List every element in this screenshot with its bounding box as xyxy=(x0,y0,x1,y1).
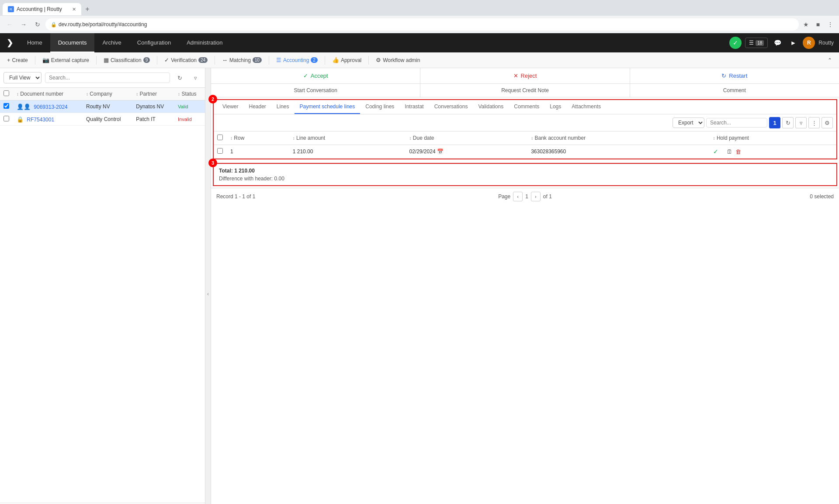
partner-cell: Dynatos NV xyxy=(132,100,174,113)
detail-search-input[interactable] xyxy=(706,118,767,128)
view-selector[interactable]: Full View xyxy=(3,72,42,83)
record-info: Record 1 - 1 of 1 xyxy=(216,193,422,200)
detail-row-checkbox[interactable] xyxy=(217,148,223,154)
tab-close-button[interactable]: ✕ xyxy=(72,7,76,12)
line-amount-header: ↕ Line amount xyxy=(289,131,406,145)
filter-detail-button[interactable]: ▿ xyxy=(795,117,807,128)
left-panel: Full View ↻ ▿ ↕ Document number xyxy=(0,68,205,504)
workflow-admin-button[interactable]: ⚙ Workflow admin xyxy=(372,55,423,65)
refresh-button[interactable]: ↻ xyxy=(173,72,186,84)
copy-action[interactable]: 🗓 xyxy=(727,148,732,155)
verification-button[interactable]: ✓ Verification 24 xyxy=(161,55,211,65)
detail-next-page-button[interactable]: › xyxy=(531,192,541,201)
calendar-icon[interactable]: 📅 xyxy=(437,148,444,155)
nav-logo[interactable]: ❯ xyxy=(0,33,19,52)
tab-viewer[interactable]: Viewer xyxy=(217,100,243,114)
nav-home[interactable]: Home xyxy=(19,33,50,52)
menu-button[interactable]: ⋮ xyxy=(825,19,836,30)
matching-button[interactable]: ↔ Matching 10 xyxy=(218,55,265,65)
reject-button[interactable]: ✕ Reject xyxy=(420,68,630,83)
nav-administration[interactable]: Administration xyxy=(179,33,230,52)
search-input[interactable] xyxy=(45,72,170,83)
select-all-detail-checkbox[interactable] xyxy=(217,135,223,140)
extension-button[interactable]: ■ xyxy=(813,19,823,30)
approval-icon: 👍 xyxy=(332,57,339,63)
new-tab-button[interactable]: + xyxy=(81,3,94,15)
nav-documents[interactable]: Documents xyxy=(50,33,95,52)
tab-validations[interactable]: Validations xyxy=(473,100,509,114)
export-select[interactable]: Export xyxy=(673,117,704,128)
create-button[interactable]: + Create xyxy=(3,55,31,65)
request-credit-note-button[interactable]: Request Credit Note xyxy=(420,84,630,97)
toolbar-divider-6 xyxy=(325,56,325,65)
tab-logs[interactable]: Logs xyxy=(544,100,566,114)
delete-action[interactable]: 🗑 xyxy=(735,148,741,155)
select-all-detail-header xyxy=(214,131,227,145)
row-checkbox[interactable] xyxy=(3,103,9,109)
payment-schedule-row[interactable]: 1 1 210.00 02/29/2024 📅 363028365960 ✓ 🗓… xyxy=(214,145,836,159)
left-panel-header: Full View ↻ ▿ xyxy=(0,68,205,88)
columns-button[interactable]: ⋮ xyxy=(808,117,820,128)
row-checkbox[interactable] xyxy=(3,116,9,121)
filter-button[interactable]: ▿ xyxy=(189,72,201,84)
tab-conversations[interactable]: Conversations xyxy=(429,100,473,114)
company-cell: Quality Control xyxy=(83,113,132,126)
panel-collapse-button[interactable]: ‹ xyxy=(205,68,211,504)
star-button[interactable]: ★ xyxy=(801,19,811,30)
matching-count: 10 xyxy=(253,57,262,63)
start-conversation-button[interactable]: Start Conversation xyxy=(211,84,420,97)
browser-controls: ← → ↻ 🔒 dev.routty.be/portal/routty/#acc… xyxy=(0,16,839,33)
document-table-container: ↕ Document number ↕ Company ↕ Partner ↕ … xyxy=(0,88,205,503)
accounting-button[interactable]: ☰ Accounting 2 xyxy=(273,55,321,65)
tab-payment-schedule-lines[interactable]: Payment schedule lines xyxy=(295,100,361,114)
table-row[interactable]: 🔒 RF7543001 Quality Control Patch IT Inv… xyxy=(0,113,205,126)
toolbar-divider-1 xyxy=(35,56,35,65)
status-cell: Valid xyxy=(174,100,205,113)
toolbar-divider-4 xyxy=(215,56,215,65)
tab-intrastat[interactable]: Intrastat xyxy=(399,100,429,114)
toolbar-divider-7 xyxy=(368,56,369,65)
summary-section: 3 Total: 1 210.00 Difference with header… xyxy=(213,163,837,186)
user-label[interactable]: Routty xyxy=(818,40,834,46)
notifications-button[interactable]: ☰ 18 xyxy=(745,38,768,48)
active-tab[interactable]: R Accounting | Routty ✕ xyxy=(3,3,81,15)
accept-button[interactable]: ✓ Accept xyxy=(211,68,420,83)
chat-button[interactable]: 💬 xyxy=(771,37,784,49)
collapse-button[interactable]: ⌃ xyxy=(824,55,836,65)
forward-nav-button[interactable]: ► xyxy=(787,37,799,49)
hold-payment-cell: ✓ 🗓 🗑 xyxy=(710,145,836,159)
due-date-cell: 02/29/2024 📅 xyxy=(406,145,528,159)
notifications-icon: ☰ xyxy=(749,40,754,46)
reload-button[interactable]: ↻ xyxy=(31,18,44,31)
back-button[interactable]: ← xyxy=(3,18,16,31)
tab-coding-lines[interactable]: Coding lines xyxy=(360,100,399,114)
tab-attachments[interactable]: Attachments xyxy=(566,100,606,114)
toolbar-divider-2 xyxy=(96,56,97,65)
approval-button[interactable]: 👍 Approval xyxy=(329,55,365,65)
external-capture-button[interactable]: 📷 External capture xyxy=(39,55,93,65)
classification-button[interactable]: ▦ Classification 9 xyxy=(100,55,153,65)
select-all-checkbox[interactable] xyxy=(3,90,9,96)
tab-lines[interactable]: Lines xyxy=(271,100,295,114)
restart-button[interactable]: ↻ Restart xyxy=(630,68,839,83)
line-amount-cell: 1 210.00 xyxy=(289,145,406,159)
forward-button[interactable]: → xyxy=(17,18,30,31)
settings-button[interactable]: ⚙ xyxy=(822,117,833,128)
total-line: Total: 1 210.00 xyxy=(219,168,831,174)
partner-header: ↕ Partner xyxy=(132,88,174,100)
status-header: ↕ Status xyxy=(174,88,205,100)
tab-header[interactable]: Header xyxy=(243,100,271,114)
comment-button[interactable]: Comment xyxy=(630,84,839,97)
row-header: ↕ Row xyxy=(227,131,289,145)
nav-archive[interactable]: Archive xyxy=(94,33,129,52)
tab-comments[interactable]: Comments xyxy=(509,100,544,114)
columns-badge-button[interactable]: 1 xyxy=(769,117,780,128)
bottom-pagination: Page ‹ 1 › of 1 xyxy=(422,192,628,201)
table-row[interactable]: 👤👤 9069313-2024 Routty NV Dynatos NV Val… xyxy=(0,100,205,113)
refresh-detail-button[interactable]: ↻ xyxy=(782,117,794,128)
detail-toolbar: Export 1 ↻ ▿ ⋮ ⚙ xyxy=(214,114,836,131)
nav-configuration[interactable]: Configuration xyxy=(129,33,179,52)
address-bar[interactable]: 🔒 dev.routty.be/portal/routty/#accountin… xyxy=(45,18,799,31)
url-text: dev.routty.be/portal/routty/#accounting xyxy=(59,21,147,28)
detail-prev-page-button[interactable]: ‹ xyxy=(513,192,523,201)
